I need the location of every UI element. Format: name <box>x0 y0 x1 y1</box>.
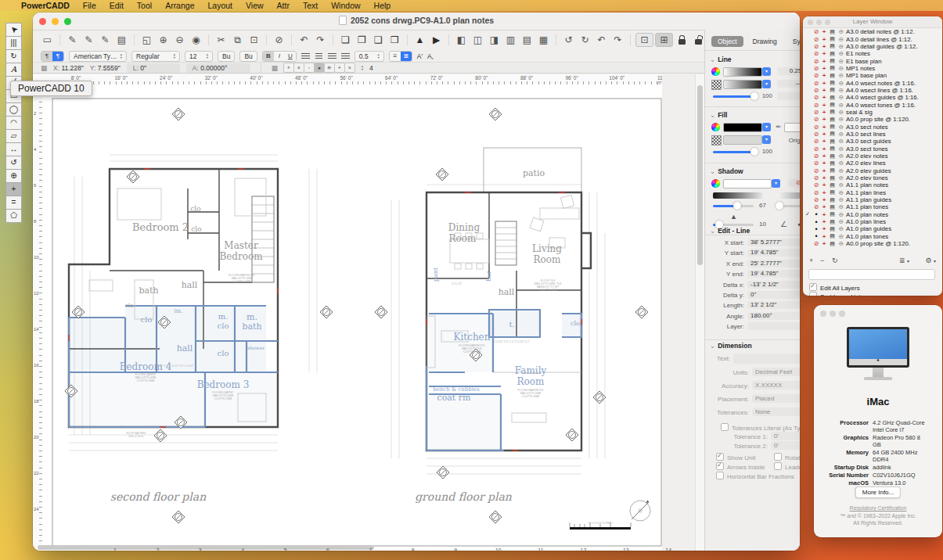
tab-drawing[interactable]: Drawing <box>747 36 783 47</box>
flip-horizontal-icon[interactable]: ▶ <box>428 34 445 45</box>
layer-print-icon[interactable]: ▤ <box>828 211 837 217</box>
layer-visibility-icon[interactable]: ⊘ <box>812 167 820 174</box>
menu-attr[interactable]: Attr <box>277 1 290 10</box>
shadow-color-menu-button[interactable]: ▾ <box>772 179 780 188</box>
lock-icon[interactable] <box>674 36 690 45</box>
edit-line-section-header[interactable]: Edit - Line <box>710 227 750 235</box>
layer-snap-icon[interactable]: + <box>820 160 828 167</box>
layer-visibility-icon[interactable]: ⊘ <box>812 102 820 109</box>
zoom-in-icon[interactable]: ⊕ <box>155 34 171 45</box>
layer-edit-icon[interactable]: ⊖ <box>837 145 846 153</box>
layer-row[interactable]: ⊘+▤⊖A1.1 plan tones <box>803 203 942 210</box>
dimension-section-header[interactable]: Dimension <box>710 342 752 350</box>
layer-snap-icon[interactable]: + <box>820 174 828 181</box>
layer-snap-icon[interactable]: + <box>820 28 828 35</box>
layer-print-icon[interactable]: ▤ <box>828 204 837 210</box>
layer-visibility-icon[interactable]: ⊘ <box>812 196 820 203</box>
arc-tool[interactable]: ◠ <box>5 116 22 130</box>
layer-visibility-icon[interactable]: ⊘ <box>812 174 820 181</box>
layer-edit-icon[interactable]: ⊖ <box>837 160 846 167</box>
layer-print-icon[interactable]: ▤ <box>828 160 837 167</box>
italic-button[interactable]: I <box>274 52 285 61</box>
paragraph-icon[interactable]: ¶ <box>41 52 52 61</box>
arrow-tool[interactable]: ➤ <box>5 23 22 37</box>
line-color-wheel-icon[interactable] <box>711 67 720 76</box>
layer-row[interactable]: ⊘+▤⊖A0.0 prop site @ 1:120. <box>803 116 942 123</box>
layer-print-icon[interactable]: ▤ <box>828 153 837 160</box>
plus-tool[interactable]: + <box>5 182 22 196</box>
layer-edit-icon[interactable]: ⊖ <box>837 43 846 50</box>
menu-text[interactable]: Text <box>303 1 318 10</box>
layer-snap-icon[interactable]: + <box>820 36 828 43</box>
layer-edit-icon[interactable]: ⊖ <box>837 225 846 232</box>
align-right-button[interactable] <box>328 52 337 59</box>
line-pattern-swatch[interactable] <box>723 80 762 89</box>
fill-opacity-slider[interactable] <box>713 151 758 153</box>
layer-row[interactable]: •+▤⊖A1.0 plan lines <box>803 218 942 225</box>
layer-print-icon[interactable]: ▤ <box>828 131 837 137</box>
length-field[interactable]: L: 0" <box>127 63 180 73</box>
distribute-v-icon[interactable]: ▤ <box>519 34 535 45</box>
layer-snap-icon[interactable]: + <box>820 211 828 218</box>
snap-button-2[interactable]: ◦ <box>304 63 315 73</box>
fill-color-wheel-icon[interactable] <box>711 123 720 131</box>
layer-print-icon[interactable]: ▤ <box>828 58 837 64</box>
layer-print-icon[interactable]: ▤ <box>828 175 837 181</box>
target-tool[interactable]: ⊕ <box>5 169 22 183</box>
snap-button-3[interactable]: ● <box>314 63 325 73</box>
fill-section-header[interactable]: Fill <box>710 111 727 119</box>
layer-edit-icon[interactable]: ⊖ <box>837 124 846 131</box>
layer-row[interactable]: ⊘+▤⊖A4.0 wsect lines @ 1:16. <box>803 87 942 94</box>
layer-row[interactable]: ⊘+▤⊖seal & sig <box>803 109 942 116</box>
select-marquee-icon[interactable]: ⊡ <box>635 33 653 47</box>
layer-print-icon[interactable]: ▤ <box>828 80 837 86</box>
layer-visibility-icon[interactable]: ⊘ <box>812 58 820 65</box>
layer-print-icon[interactable]: ▤ <box>828 226 837 232</box>
layer-row[interactable]: ⊘+▤⊖A3.0 sect notes <box>803 123 942 130</box>
rotate-angle-icon[interactable]: ↷ <box>610 34 626 45</box>
regulatory-certification-link[interactable]: Regulatory Certification <box>814 505 942 511</box>
layer-edit-icon[interactable]: ⊖ <box>837 72 846 79</box>
align-right-icon[interactable]: ◨ <box>486 34 502 45</box>
layer-row[interactable]: ⊘+▤⊖A3.0 detail guides @ 1:12. <box>803 43 942 50</box>
layer-visibility-icon[interactable]: ⊘ <box>812 43 820 50</box>
edit-line-field-xend[interactable]: 25' 2.7777" <box>747 260 800 267</box>
line-spacing-stepper[interactable]: 0.5▴▾ <box>355 51 384 62</box>
undo-icon[interactable]: ↶ <box>296 34 312 45</box>
zoom-out-icon[interactable]: ⊖ <box>171 34 188 45</box>
line-pattern-icon[interactable] <box>711 80 722 90</box>
shadow-section-header[interactable]: Shadow <box>710 167 743 175</box>
layer-row[interactable]: ⊘+▤⊖A3.0 detail lines @ 1:12. <box>803 35 942 42</box>
stamp-edit-icon[interactable]: ✎ <box>97 34 113 45</box>
layer-snap-icon[interactable]: + <box>820 65 828 72</box>
zoom-area-icon[interactable]: ◉ <box>188 34 204 45</box>
layer-edit-icon[interactable]: ⊖ <box>837 109 846 116</box>
dimension-select-accuracy[interactable]: X.XXXXX⇕ <box>752 381 800 389</box>
tolerance-2-field[interactable]: 0' <box>771 441 800 450</box>
layer-print-icon[interactable]: ▤ <box>828 219 837 225</box>
layer-row[interactable]: ⊘+▤⊖A3.0 detail notes @ 1:12. <box>803 28 942 35</box>
layer-visibility-icon[interactable]: ⊘ <box>812 28 820 35</box>
layer-snap-icon[interactable]: + <box>820 181 828 188</box>
fill-pattern-icon[interactable] <box>711 135 722 145</box>
paragraph-style-icon[interactable]: ¶ <box>52 52 63 61</box>
polygon-tool[interactable]: ▱ <box>5 129 22 143</box>
layer-window-titlebar[interactable]: Layer Window <box>803 16 942 28</box>
layer-print-icon[interactable]: ▤ <box>828 233 837 239</box>
paragraph-segment[interactable]: ¶¶ <box>41 51 64 62</box>
list-icon[interactable]: ≡ <box>390 52 401 61</box>
layer-visibility-icon[interactable]: ⊘ <box>812 189 820 196</box>
edit-line-field-layer[interactable] <box>747 322 800 330</box>
edit-line-field-length[interactable]: 13' 2 1/2" <box>747 301 800 309</box>
snap-button-4[interactable]: ✳ <box>324 63 335 73</box>
layer-row[interactable]: ⊘+▤⊖A1.1 plan lines <box>803 189 942 196</box>
layer-row[interactable]: •+▤⊖A1.0 plan guides <box>803 225 942 232</box>
bold-button[interactable]: B <box>263 52 274 61</box>
layer-print-icon[interactable]: ▤ <box>828 65 837 71</box>
layer-row[interactable]: ⊘+▤⊖A2.0 elev tones <box>803 174 942 181</box>
layer-edit-icon[interactable]: ⊖ <box>837 181 846 188</box>
shadow-color-swatch[interactable] <box>723 179 772 188</box>
layer-edit-icon[interactable]: ⊖ <box>837 167 846 174</box>
align-justify-button[interactable] <box>341 52 350 59</box>
fill-bucket-tool[interactable]: ⬠ <box>5 209 22 223</box>
